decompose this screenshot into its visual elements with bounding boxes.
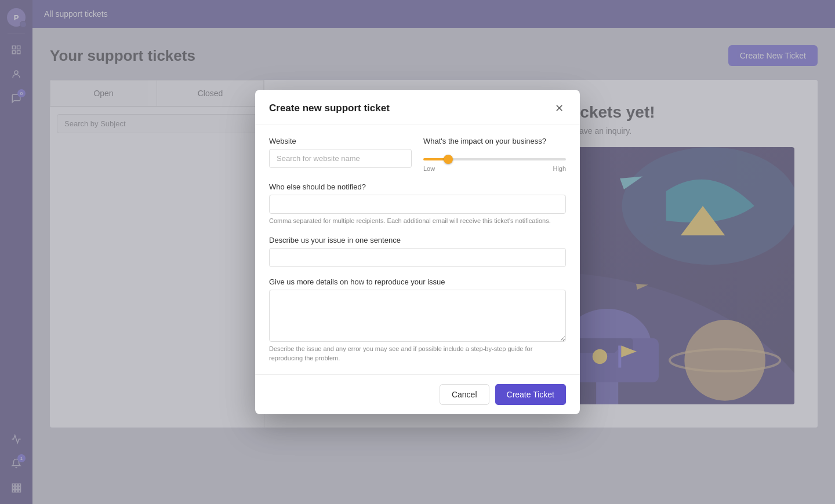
notify-label: Who else should be notified?	[269, 182, 566, 191]
website-group: Website	[269, 137, 412, 172]
details-textarea[interactable]	[269, 290, 566, 342]
issue-group: Describe us your issue in one sentence	[269, 236, 566, 267]
impact-slider-container: Low High	[423, 152, 566, 172]
modal-title: Create new support ticket	[269, 103, 390, 114]
modal-body: Website What's the impact on your busine…	[255, 125, 580, 374]
issue-input[interactable]	[269, 248, 566, 267]
modal-footer: Cancel Create Ticket	[255, 374, 580, 414]
modal-overlay[interactable]: Create new support ticket ✕ Website What…	[0, 0, 835, 504]
impact-slider[interactable]	[423, 158, 566, 160]
slider-high-label: High	[553, 165, 566, 172]
create-ticket-modal: Create new support ticket ✕ Website What…	[255, 90, 580, 414]
details-hint: Describe the issue and any error you may…	[269, 345, 566, 363]
create-ticket-button[interactable]: Create Ticket	[495, 384, 566, 405]
notify-group: Who else should be notified? Comma separ…	[269, 182, 566, 225]
impact-group: What's the impact on your business? Low …	[423, 137, 566, 172]
website-label: Website	[269, 137, 412, 145]
notify-hint: Comma separated for multiple recipients.…	[269, 217, 566, 225]
issue-label: Describe us your issue in one sentence	[269, 236, 566, 244]
website-input[interactable]	[269, 149, 412, 168]
modal-header: Create new support ticket ✕	[255, 90, 580, 125]
cancel-button[interactable]: Cancel	[440, 384, 489, 405]
notify-input[interactable]	[269, 195, 566, 214]
impact-label: What's the impact on your business?	[423, 137, 566, 145]
details-group: Give us more details on how to reproduce…	[269, 277, 566, 363]
slider-labels: Low High	[423, 165, 566, 172]
modal-close-button[interactable]: ✕	[552, 101, 566, 115]
details-label: Give us more details on how to reproduce…	[269, 277, 566, 286]
slider-low-label: Low	[423, 165, 435, 172]
form-row-1: Website What's the impact on your busine…	[269, 137, 566, 172]
